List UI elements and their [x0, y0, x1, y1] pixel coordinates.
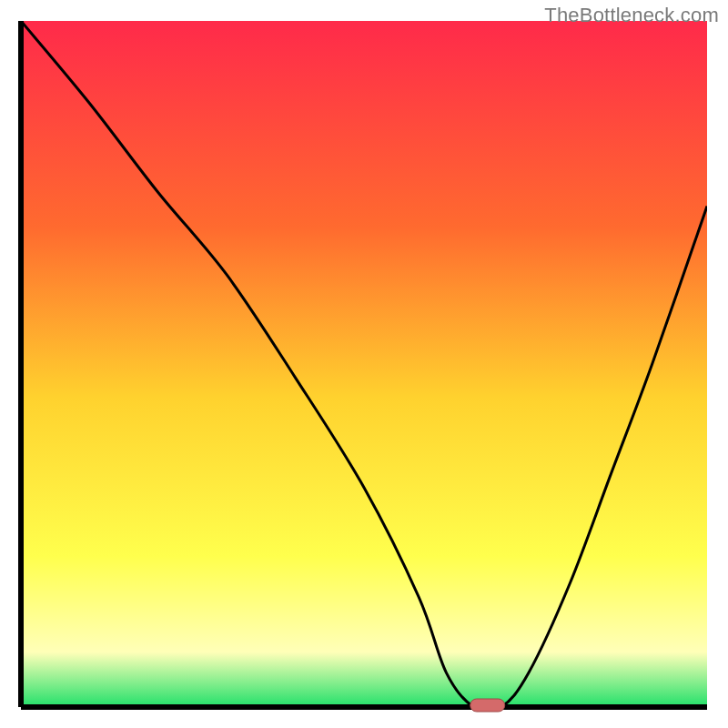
bottleneck-chart: [0, 0, 728, 728]
chart-frame: TheBottleneck.com: [0, 0, 728, 728]
plot-background: [21, 21, 707, 707]
watermark-text: TheBottleneck.com: [544, 4, 719, 27]
optimal-marker: [470, 699, 505, 712]
